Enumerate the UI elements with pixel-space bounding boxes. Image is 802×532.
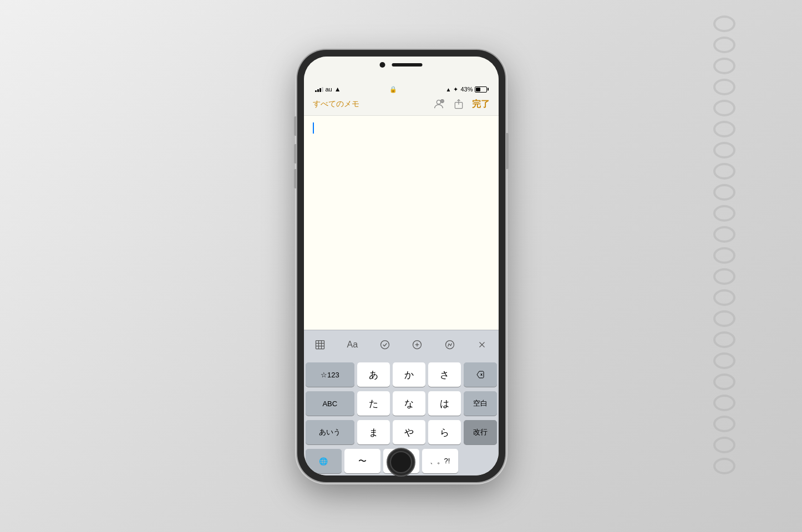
formatting-toolbar: Aa <box>304 330 499 359</box>
key-ka[interactable]: か <box>393 362 425 387</box>
key-ra[interactable]: ら <box>428 420 461 444</box>
key-a[interactable]: あ <box>357 362 390 387</box>
svg-point-0 <box>436 100 440 104</box>
signal-bar-4 <box>322 87 323 92</box>
battery-percent: 43% <box>460 86 473 93</box>
key-globe[interactable]: 🌐 <box>306 449 342 473</box>
key-backspace[interactable] <box>464 362 496 387</box>
nav-actions: 完了 <box>432 98 490 111</box>
text-cursor <box>313 122 314 134</box>
add-button[interactable] <box>407 335 427 355</box>
share-icon[interactable] <box>452 98 465 111</box>
home-button-inner <box>390 451 412 473</box>
close-keyboard-button[interactable] <box>472 335 492 355</box>
key-symbols[interactable]: ☆123 <box>306 362 355 387</box>
key-tilde[interactable]: 〜 <box>344 449 380 473</box>
sketch-button[interactable] <box>440 335 460 355</box>
speaker-grille <box>392 63 423 66</box>
phone-frame: au ▲ 🔒 ▲ ✦ 43% すべてのメモ <box>297 50 505 482</box>
signal-bar-3 <box>319 88 321 92</box>
status-center: 🔒 <box>389 86 397 93</box>
table-button[interactable] <box>310 335 330 355</box>
decorative-spiral <box>702 11 747 510</box>
key-hiragana[interactable]: あいう <box>306 420 355 444</box>
svg-rect-6 <box>316 341 324 349</box>
key-ma[interactable]: ま <box>357 420 390 444</box>
key-ha[interactable]: は <box>428 391 461 416</box>
home-button[interactable] <box>387 448 415 477</box>
keyboard-row-3: あいう ま や ら 改行 <box>306 420 497 444</box>
location-icon: ▲ <box>446 86 451 93</box>
checklist-button[interactable] <box>375 335 395 355</box>
keyboard-row-1: ☆123 あ か さ <box>306 362 497 387</box>
keyboard-row-2: ABC た な は 空白 <box>306 391 497 416</box>
nav-bar: すべてのメモ <box>304 95 499 116</box>
key-abc[interactable]: ABC <box>306 391 355 416</box>
format-text-button[interactable]: Aa <box>342 335 362 355</box>
signal-bar-1 <box>315 90 317 92</box>
key-punctuation[interactable]: 、。?! <box>422 449 458 473</box>
key-space[interactable]: 空白 <box>464 391 496 416</box>
back-button[interactable]: すべてのメモ <box>313 99 359 109</box>
wifi-icon: ▲ <box>334 85 341 93</box>
phone-top-decoration <box>380 62 423 68</box>
status-left: au ▲ <box>315 85 341 93</box>
lock-icon: 🔒 <box>389 86 397 93</box>
signal-bars <box>315 86 323 92</box>
note-content-area[interactable] <box>304 116 499 330</box>
key-ya[interactable]: や <box>393 420 425 444</box>
svg-point-11 <box>380 341 389 349</box>
status-right: ▲ ✦ 43% <box>446 86 488 93</box>
bluetooth-icon: ✦ <box>453 86 458 93</box>
battery-fill <box>476 88 480 91</box>
signal-bar-2 <box>317 89 319 92</box>
phone-screen: au ▲ 🔒 ▲ ✦ 43% すべてのメモ <box>304 57 499 475</box>
key-na[interactable]: な <box>393 391 425 416</box>
done-button[interactable]: 完了 <box>472 99 490 110</box>
key-sa[interactable]: さ <box>428 362 461 387</box>
carrier-label: au <box>326 86 332 93</box>
key-ta[interactable]: た <box>357 391 390 416</box>
camera-dot <box>380 62 385 68</box>
contacts-icon[interactable] <box>432 98 445 111</box>
battery-icon <box>475 86 487 93</box>
key-enter[interactable]: 改行 <box>464 420 496 444</box>
